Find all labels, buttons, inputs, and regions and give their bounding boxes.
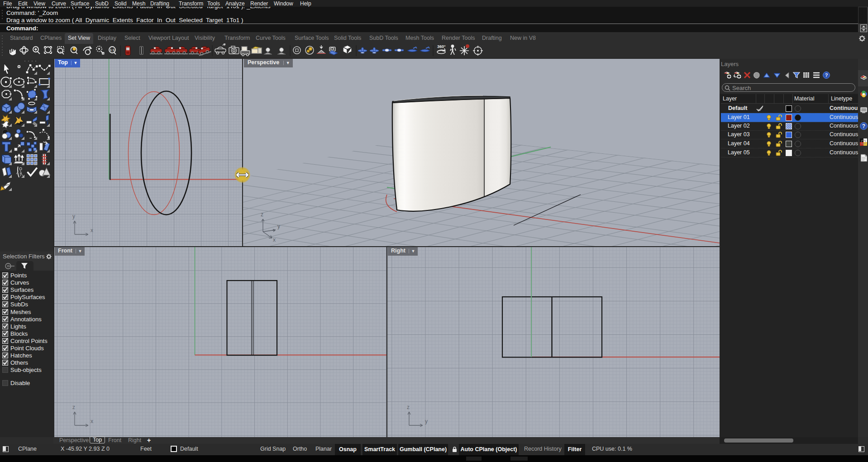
svg-text:z: z (72, 404, 75, 410)
svg-text:y: y (277, 223, 280, 229)
svg-text:?: ? (862, 123, 865, 129)
svg-text:y: y (72, 213, 75, 219)
svg-text:y: y (425, 418, 428, 424)
svg-text:x: x (273, 237, 276, 243)
svg-text:x: x (91, 418, 93, 424)
svg-text:x: x (91, 227, 93, 233)
svg-text:z: z (261, 211, 263, 218)
svg-text:z: z (407, 404, 410, 410)
